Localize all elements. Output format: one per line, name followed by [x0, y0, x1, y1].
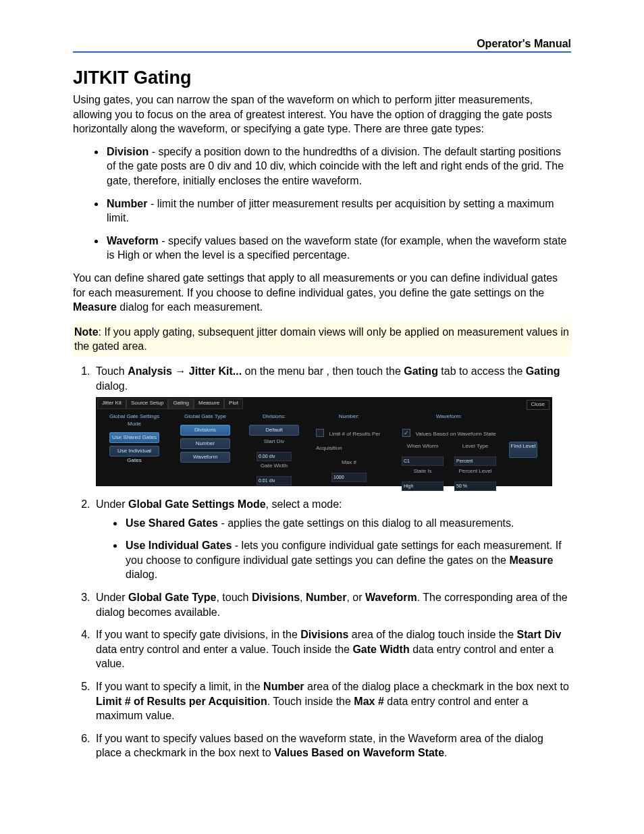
page-title: JITKIT Gating	[73, 68, 571, 88]
procedure-list: Touch Analysis → Jitter Kit... on the me…	[73, 364, 571, 760]
list-item: Number - limit the number of jitter meas…	[105, 197, 571, 226]
waveform-button[interactable]: Waveform	[180, 452, 230, 463]
gate-width-field[interactable]: 0.01 div	[257, 476, 292, 486]
step-2: Under Global Gate Settings Mode, select …	[93, 497, 571, 582]
limit-results-checkbox[interactable]	[316, 429, 324, 437]
column-title: Number:	[312, 413, 386, 421]
divisions-button[interactable]: Divisions	[180, 425, 230, 436]
state-is-field[interactable]: High	[402, 481, 444, 491]
values-based-checkbox[interactable]	[402, 429, 410, 437]
max-number-field[interactable]: 1000	[331, 473, 367, 482]
gate-type-list: Division - specify a position down to th…	[73, 145, 571, 263]
values-based-label: Values Based on Waveform State	[415, 431, 495, 437]
start-div-field[interactable]: 0.00 div	[257, 452, 292, 461]
percent-level-field[interactable]: 50 %	[454, 481, 496, 491]
header-title: Operator's Manual	[477, 38, 571, 50]
max-number-label: Max #	[312, 459, 386, 467]
default-button[interactable]: Default	[249, 425, 299, 436]
column-title: Divisions:	[246, 413, 302, 421]
level-type-label: Level Type	[451, 443, 500, 450]
tab-plot[interactable]: Plot	[224, 398, 243, 409]
tab-jitter-kit[interactable]: Jitter Kit	[97, 398, 126, 409]
when-wform-field[interactable]: C1	[402, 457, 444, 466]
tab-source-setup[interactable]: Source Setup	[126, 398, 168, 409]
limit-results-label: Limit # of Results Per Acquisition	[316, 431, 380, 452]
step-1: Touch Analysis → Jitter Kit... on the me…	[93, 364, 571, 486]
intro-paragraph: Using gates, you can narrow the span of …	[73, 93, 571, 136]
list-item: Waveform - specify values based on the w…	[105, 234, 571, 263]
step-4: If you want to specify gate divisions, i…	[93, 627, 571, 671]
gating-dialog-figure: Jitter Kit Source Setup Gating Measure P…	[96, 397, 552, 486]
gate-width-label: Gate Width	[246, 463, 302, 470]
level-type-field[interactable]: Percent	[454, 457, 496, 466]
percent-level-label: Percent Level	[451, 468, 500, 475]
step-3: Under Global Gate Type, touch Divisions,…	[93, 590, 571, 619]
when-wform-label: When Wform	[398, 443, 447, 450]
column-title: Global Gate Type	[177, 413, 234, 421]
number-button[interactable]: Number	[180, 438, 230, 449]
list-item: Use Individual Gates - lets you configur…	[124, 538, 571, 582]
start-div-label: Start Div	[246, 438, 302, 446]
find-level-button[interactable]: Find Level	[509, 442, 537, 458]
list-item: Use Shared Gates - applies the gate sett…	[124, 516, 571, 531]
dialog-tabbar: Jitter Kit Source Setup Gating Measure P…	[97, 398, 551, 409]
close-button[interactable]: Close	[527, 400, 549, 410]
column-title: Waveform:	[398, 413, 500, 421]
page-header: Operator's Manual	[73, 38, 571, 53]
paragraph: You can define shared gate settings that…	[73, 271, 571, 315]
step-5: If you want to specify a limit, in the N…	[93, 679, 571, 723]
note-callout: Note: If you apply gating, subsequent ji…	[73, 323, 571, 356]
state-is-label: State Is	[398, 468, 447, 475]
tab-measure[interactable]: Measure	[194, 398, 224, 409]
step-6: If you want to specify values based on t…	[93, 731, 571, 760]
tab-gating[interactable]: Gating	[168, 398, 194, 409]
column-title: Global Gate Settings Mode	[104, 413, 165, 428]
list-item: Division - specify a position down to th…	[105, 145, 571, 188]
step-2-sublist: Use Shared Gates - applies the gate sett…	[96, 516, 571, 582]
use-individual-gates-button[interactable]: Use Individual Gates	[109, 446, 159, 457]
use-shared-gates-button[interactable]: Use Shared Gates	[109, 432, 159, 443]
